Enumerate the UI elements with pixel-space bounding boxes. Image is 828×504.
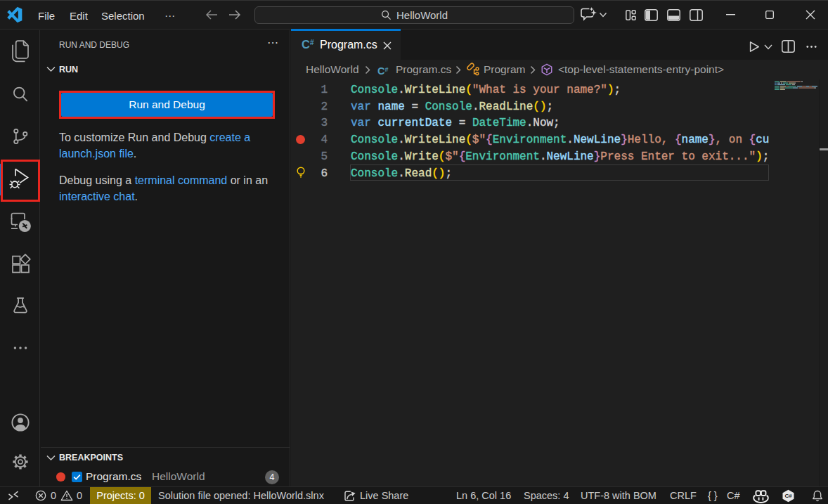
svg-text:C#: C# — [784, 493, 792, 499]
